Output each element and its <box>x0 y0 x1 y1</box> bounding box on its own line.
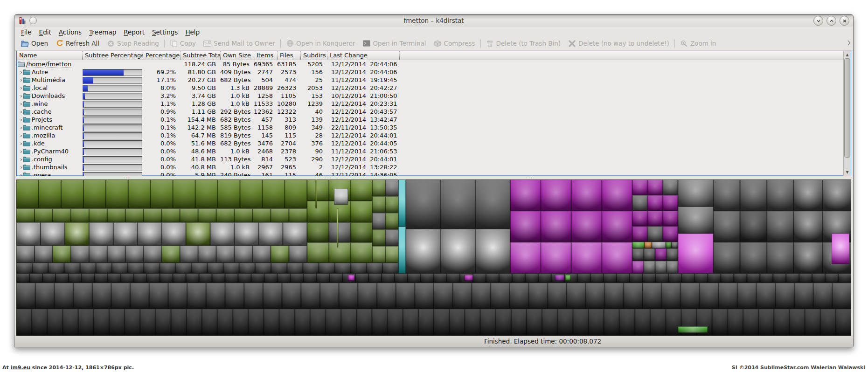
toolbar-button-stop-reading[interactable]: Stop Reading <box>103 39 163 48</box>
column-header-items[interactable]: Items <box>254 51 277 60</box>
table-row[interactable]: ›.mozilla0.1%64.7 MB819 Bytes1451152812/… <box>17 131 844 139</box>
subtree-total-cell: 40.8 MB <box>180 164 220 171</box>
expand-chevron-icon[interactable]: › <box>20 77 22 83</box>
scrollbar-thumb[interactable] <box>844 58 850 158</box>
toolbar-overflow-icon[interactable] <box>847 40 851 47</box>
folder-icon <box>23 77 30 83</box>
last-change-cell: 12/12/2014 20:23:31 <box>327 100 399 107</box>
toolbar-button-label: Copy <box>180 40 196 47</box>
expand-chevron-icon[interactable]: › <box>20 85 22 91</box>
expand-chevron-icon[interactable]: › <box>20 69 22 75</box>
toolbar-button-open[interactable]: Open <box>17 39 52 48</box>
expand-chevron-icon[interactable]: › <box>20 165 22 170</box>
table-row[interactable]: ›.PyCharm400.0%48.6 MB1.0 kB246823789011… <box>17 147 844 155</box>
toolbar-button-zoom-in[interactable]: Zoom in <box>676 39 720 48</box>
toolbar-button-send-mail-to-owner[interactable]: Send Mail to Owner <box>200 39 279 48</box>
table-rows: /home/fmetton118.24 GB85 Bytes6936563185… <box>17 60 844 176</box>
title-bar[interactable]: fmetton – k4dirstat <box>14 14 853 27</box>
expand-chevron-icon[interactable]: › <box>20 93 22 99</box>
delete-x-icon <box>568 40 576 47</box>
table-row[interactable]: ›.minecraft0.1%142.2 MB585 Bytes11588093… <box>17 124 844 131</box>
last-change-cell: 12/12/2014 20:44:05 <box>327 140 399 147</box>
toolbar-button-refresh-all[interactable]: Refresh All <box>52 39 103 48</box>
toolbar-button-open-in-terminal[interactable]: Open in Terminal <box>359 39 430 48</box>
maximize-button[interactable] <box>826 16 836 26</box>
menu-report[interactable]: Report <box>120 28 148 37</box>
subtree-total-cell: 48.6 MB <box>180 148 220 155</box>
vertical-scrollbar[interactable]: ▲ ▼ <box>843 51 851 176</box>
subtree-percentage-fill <box>83 141 84 147</box>
name-cell: ›.minecraft <box>17 124 82 131</box>
treemap-canvas[interactable] <box>16 179 851 336</box>
percentage-cell: 8.0% <box>143 84 180 91</box>
caption-link[interactable]: im9.eu <box>11 365 30 371</box>
menu-file[interactable]: File <box>17 28 35 37</box>
expand-chevron-icon[interactable]: › <box>20 141 22 146</box>
toolbar-button-copy[interactable]: Copy <box>166 39 200 48</box>
trash-icon <box>486 40 494 47</box>
last-change-cell: 12/12/2014 20:44:06 <box>327 61 399 68</box>
table-row[interactable]: ›Multimédia17.1%20.27 GB682 Bytes5044742… <box>17 76 844 84</box>
scroll-up-icon[interactable]: ▲ <box>844 52 851 58</box>
toolbar-button-compress[interactable]: Compress <box>430 39 479 48</box>
toolbar-button-open-in-konqueror[interactable]: Open in Konqueror <box>282 39 359 48</box>
subtree-total-cell: 9.50 GB <box>180 84 220 91</box>
table-row[interactable]: ›Projets0.1%154.4 MB682 Bytes45731313912… <box>17 116 844 124</box>
table-row[interactable]: ›.thumbnails0.0%40.8 MB1.0 kB29672965212… <box>17 163 844 171</box>
expand-chevron-icon[interactable]: › <box>20 101 22 107</box>
menu-actions[interactable]: Actions <box>55 28 85 37</box>
table-row[interactable]: ›.wine1.1%1.28 GB1.0 kB1153310280123912/… <box>17 100 844 108</box>
toolbar-button-delete-to-trash-bin[interactable]: Delete (to Trash Bin) <box>482 39 565 48</box>
menu-bar: FileEditActionsTreemapReportSettingsHelp <box>14 27 853 38</box>
own-size-cell: 1.0 kB <box>220 92 254 99</box>
table-row[interactable]: ›.kde0.0%51.6 MB682 Bytes3476270437612/1… <box>17 139 844 147</box>
column-header-subdirs[interactable]: Subdirs <box>300 51 327 60</box>
expand-chevron-icon[interactable]: › <box>20 125 22 131</box>
row-name: .thumbnails <box>32 164 68 171</box>
caption-left-rest: since 2014-12-12, 1861×786px pic. <box>30 365 134 371</box>
table-row[interactable]: ›Autre69.2%81.80 GB409 Bytes274725731561… <box>17 68 844 76</box>
subtree-total-cell: 64.7 MB <box>180 132 220 139</box>
table-row[interactable]: ›.config0.0%41.8 MB113 Bytes81452329012/… <box>17 155 844 163</box>
column-header-name[interactable]: Name <box>17 51 82 60</box>
caption-right: SI ©2014 SublimeStar.com Walerian Walaws… <box>732 365 865 371</box>
column-header-subtree-percentage[interactable]: Subtree Percentage <box>82 51 143 60</box>
table-row[interactable]: ›.cache0.9%1.11 GB292 Bytes1236212322401… <box>17 108 844 116</box>
column-header-last-change[interactable]: Last Change <box>327 51 399 60</box>
menu-help[interactable]: Help <box>181 28 203 37</box>
toolbar-separator <box>280 40 281 48</box>
subtree-percentage-fill <box>83 101 84 107</box>
close-button[interactable] <box>840 16 849 26</box>
toolbar-button-delete-no-way-to-undelete[interactable]: Delete (no way to undelete!) <box>564 39 673 48</box>
expand-chevron-icon[interactable]: › <box>20 133 22 138</box>
percentage-cell: 3.2% <box>143 92 180 99</box>
column-header-percentage[interactable]: Percentage <box>143 51 180 60</box>
menu-settings[interactable]: Settings <box>148 28 181 37</box>
menu-edit[interactable]: Edit <box>35 28 55 37</box>
column-header-own-size[interactable]: Own Size <box>220 51 254 60</box>
column-header-subtree-total[interactable]: Subtree Total <box>180 51 220 60</box>
table-row[interactable]: ›Downloads3.2%3.74 GB1.0 kB1258110515310… <box>17 92 844 100</box>
expand-chevron-icon[interactable]: › <box>20 117 22 123</box>
table-row[interactable]: /home/fmetton118.24 GB85 Bytes6936563185… <box>17 60 844 68</box>
splitter-handle[interactable]: ··· ··· ··· <box>14 176 853 179</box>
subtree-total-cell: 1.28 GB <box>180 100 220 107</box>
column-header-files[interactable]: Files <box>277 51 300 60</box>
expand-chevron-icon[interactable]: › <box>20 157 22 162</box>
subdirs-cell: 156 <box>300 69 327 76</box>
subtree-percentage-fill <box>83 157 84 163</box>
table-row[interactable]: ›.local8.0%9.50 GB1.3 kB2888926323205312… <box>17 84 844 92</box>
menu-treemap[interactable]: Treemap <box>85 28 120 37</box>
minimize-button[interactable] <box>813 16 823 26</box>
expand-chevron-icon[interactable]: › <box>20 172 22 176</box>
subtree-percentage-bar <box>83 117 142 124</box>
files-cell: 809 <box>277 124 300 131</box>
last-change-cell: 12/12/2014 13:28:22 <box>327 164 399 171</box>
expand-chevron-icon[interactable]: › <box>20 109 22 115</box>
expand-chevron-icon[interactable]: › <box>20 149 22 154</box>
scroll-down-icon[interactable]: ▼ <box>844 169 851 175</box>
table-row[interactable]: ›.opera0.0%5.9 MB240 Bytes1611154617/11/… <box>17 171 844 176</box>
treemap-panel <box>16 179 851 336</box>
own-size-cell: 292 Bytes <box>220 108 254 115</box>
subdirs-cell: 46 <box>300 172 327 176</box>
